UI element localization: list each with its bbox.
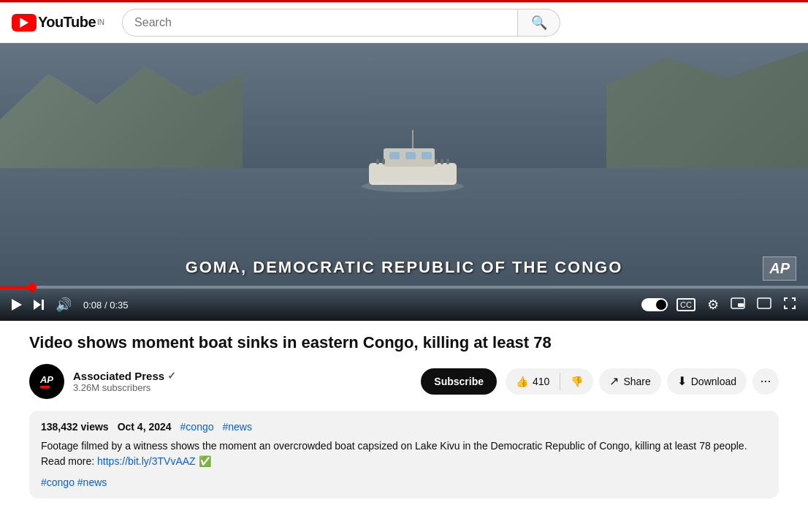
search-bar: 🔍 xyxy=(122,9,560,37)
play-button[interactable] xyxy=(9,296,25,314)
video-caption: GOMA, DEMOCRATIC REPUBLIC OF THE CONGO xyxy=(0,258,808,277)
channel-row: AP Associated Press ✓ 3.26M subscribers … xyxy=(29,364,779,399)
upload-date: Oct 4, 2024 xyxy=(118,421,172,433)
volume-icon: 🔊 xyxy=(56,297,72,313)
toggle-track xyxy=(641,298,668,311)
download-label: Download xyxy=(691,376,736,387)
miniplayer-icon xyxy=(731,297,745,313)
subscribe-button[interactable]: Subscribe xyxy=(421,368,497,395)
subscribers-count: 3.26M subscribers xyxy=(73,382,412,393)
download-icon: ⬇ xyxy=(677,374,687,388)
desc-tag-1[interactable]: #congo xyxy=(180,421,214,433)
dislike-button[interactable]: 👎 xyxy=(560,368,593,395)
like-button[interactable]: 👍 410 xyxy=(506,368,560,395)
cc-button[interactable]: CC xyxy=(674,295,698,314)
share-button[interactable]: ↗ Share xyxy=(599,368,660,395)
verified-link-icon: ✅ xyxy=(199,455,211,467)
like-count: 410 xyxy=(533,376,549,387)
search-button[interactable]: 🔍 xyxy=(518,9,560,37)
youtube-icon xyxy=(12,14,37,31)
video-title: Video shows moment boat sinks in eastern… xyxy=(29,332,779,354)
settings-button[interactable]: ⚙ xyxy=(704,294,722,316)
share-label: Share xyxy=(623,376,650,387)
miniplayer-button[interactable] xyxy=(728,294,748,316)
channel-name-row: Associated Press ✓ xyxy=(73,370,412,382)
more-options-button[interactable]: ··· xyxy=(752,368,779,395)
youtube-country: IN xyxy=(97,18,104,26)
channel-avatar[interactable]: AP xyxy=(29,364,64,399)
mute-button[interactable]: 🔊 xyxy=(53,294,75,316)
ap-watermark: AP xyxy=(763,256,796,281)
theater-button[interactable] xyxy=(754,294,774,316)
fullscreen-icon xyxy=(783,297,796,314)
description-text: Footage filmed by a witness shows the mo… xyxy=(41,438,767,469)
like-dislike-group: 👍 410 👎 xyxy=(506,368,593,395)
next-button[interactable] xyxy=(31,297,47,313)
thumbs-up-icon: 👍 xyxy=(516,376,528,387)
svg-rect-13 xyxy=(738,303,744,307)
cc-icon: CC xyxy=(676,298,695,311)
desc-hashtag-1[interactable]: #congo xyxy=(41,476,77,488)
view-count: 138,432 views xyxy=(41,421,109,433)
next-icon xyxy=(34,300,44,310)
time-display: 0:08 / 0:35 xyxy=(83,300,128,311)
controls-bar: 🔊 0:08 / 0:35 CC ⚙ xyxy=(0,289,808,321)
video-background: GOMA, DEMOCRATIC REPUBLIC OF THE CONGO A… xyxy=(0,43,808,321)
thumbs-down-icon: 👎 xyxy=(571,376,583,387)
share-icon: ↗ xyxy=(609,374,619,388)
action-buttons: 👍 410 👎 ↗ Share ⬇ Download ··· xyxy=(506,368,779,395)
desc-hashtag-2[interactable]: #news xyxy=(77,476,107,488)
autoplay-toggle[interactable] xyxy=(641,298,668,311)
search-input[interactable] xyxy=(122,9,518,37)
channel-name-text: Associated Press xyxy=(73,370,164,382)
video-player[interactable]: GOMA, DEMOCRATIC REPUBLIC OF THE CONGO A… xyxy=(0,43,808,321)
more-icon: ··· xyxy=(760,373,771,389)
channel-info: Associated Press ✓ 3.26M subscribers xyxy=(73,370,412,393)
desc-tag-2[interactable]: #news xyxy=(223,421,252,433)
ap-logo-underline xyxy=(40,386,50,388)
description-box[interactable]: 138,432 views Oct 4, 2024 #congo #news F… xyxy=(29,411,779,498)
desc-hashtags: #congo #news xyxy=(41,476,767,488)
video-info: Video shows moment boat sinks in eastern… xyxy=(0,321,808,399)
gear-icon: ⚙ xyxy=(707,297,719,313)
desc-meta: 138,432 views Oct 4, 2024 #congo #news xyxy=(41,421,767,433)
ap-logo-text: AP xyxy=(40,375,53,384)
theater-icon xyxy=(757,297,771,313)
toggle-knob xyxy=(656,300,666,310)
description-link[interactable]: https://bit.ly/3TVvAAZ xyxy=(97,455,196,467)
verified-badge: ✓ xyxy=(167,370,176,381)
navbar: YouTubeIN 🔍 xyxy=(0,2,808,43)
svg-rect-14 xyxy=(758,298,771,308)
fullscreen-button[interactable] xyxy=(780,294,799,316)
youtube-logo[interactable]: YouTubeIN xyxy=(12,14,104,31)
youtube-wordmark: YouTube xyxy=(38,14,96,31)
fog-overlay xyxy=(0,43,808,321)
play-icon xyxy=(12,299,22,311)
download-button[interactable]: ⬇ Download xyxy=(667,368,747,395)
